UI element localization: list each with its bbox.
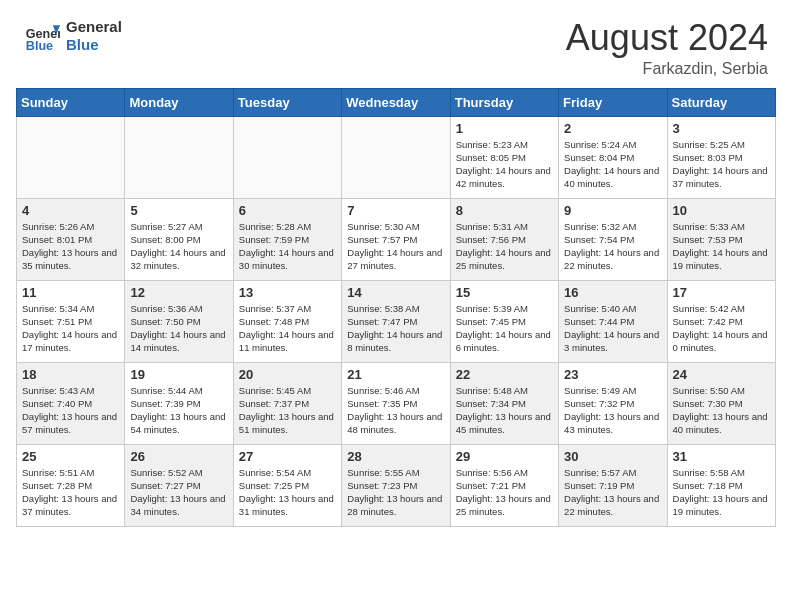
calendar-cell: 11Sunrise: 5:34 AMSunset: 7:51 PMDayligh…: [17, 280, 125, 362]
calendar-cell: 12Sunrise: 5:36 AMSunset: 7:50 PMDayligh…: [125, 280, 233, 362]
calendar-cell: 7Sunrise: 5:30 AMSunset: 7:57 PMDaylight…: [342, 198, 450, 280]
day-info: Sunrise: 5:57 AMSunset: 7:19 PMDaylight:…: [564, 466, 661, 519]
day-number: 4: [22, 203, 119, 218]
day-number: 12: [130, 285, 227, 300]
week-row-2: 4Sunrise: 5:26 AMSunset: 8:01 PMDaylight…: [17, 198, 776, 280]
day-number: 13: [239, 285, 336, 300]
day-number: 26: [130, 449, 227, 464]
day-info: Sunrise: 5:50 AMSunset: 7:30 PMDaylight:…: [673, 384, 770, 437]
weekday-header-tuesday: Tuesday: [233, 88, 341, 116]
day-number: 23: [564, 367, 661, 382]
calendar-cell: 15Sunrise: 5:39 AMSunset: 7:45 PMDayligh…: [450, 280, 558, 362]
header: General Blue General Blue August 2024 Fa…: [0, 0, 792, 88]
calendar-cell: 19Sunrise: 5:44 AMSunset: 7:39 PMDayligh…: [125, 362, 233, 444]
calendar-cell: 13Sunrise: 5:37 AMSunset: 7:48 PMDayligh…: [233, 280, 341, 362]
week-row-1: 1Sunrise: 5:23 AMSunset: 8:05 PMDaylight…: [17, 116, 776, 198]
day-info: Sunrise: 5:44 AMSunset: 7:39 PMDaylight:…: [130, 384, 227, 437]
calendar-cell: 14Sunrise: 5:38 AMSunset: 7:47 PMDayligh…: [342, 280, 450, 362]
logo-blue: Blue: [66, 36, 122, 54]
day-info: Sunrise: 5:24 AMSunset: 8:04 PMDaylight:…: [564, 138, 661, 191]
day-number: 16: [564, 285, 661, 300]
calendar-cell: 28Sunrise: 5:55 AMSunset: 7:23 PMDayligh…: [342, 444, 450, 526]
week-row-4: 18Sunrise: 5:43 AMSunset: 7:40 PMDayligh…: [17, 362, 776, 444]
day-number: 30: [564, 449, 661, 464]
calendar-cell: [17, 116, 125, 198]
calendar-cell: 3Sunrise: 5:25 AMSunset: 8:03 PMDaylight…: [667, 116, 775, 198]
day-info: Sunrise: 5:25 AMSunset: 8:03 PMDaylight:…: [673, 138, 770, 191]
weekday-header-monday: Monday: [125, 88, 233, 116]
day-info: Sunrise: 5:56 AMSunset: 7:21 PMDaylight:…: [456, 466, 553, 519]
day-info: Sunrise: 5:54 AMSunset: 7:25 PMDaylight:…: [239, 466, 336, 519]
day-info: Sunrise: 5:55 AMSunset: 7:23 PMDaylight:…: [347, 466, 444, 519]
weekday-header-saturday: Saturday: [667, 88, 775, 116]
calendar-cell: 22Sunrise: 5:48 AMSunset: 7:34 PMDayligh…: [450, 362, 558, 444]
day-number: 2: [564, 121, 661, 136]
day-info: Sunrise: 5:30 AMSunset: 7:57 PMDaylight:…: [347, 220, 444, 273]
calendar-cell: 6Sunrise: 5:28 AMSunset: 7:59 PMDaylight…: [233, 198, 341, 280]
day-info: Sunrise: 5:37 AMSunset: 7:48 PMDaylight:…: [239, 302, 336, 355]
day-info: Sunrise: 5:51 AMSunset: 7:28 PMDaylight:…: [22, 466, 119, 519]
day-info: Sunrise: 5:33 AMSunset: 7:53 PMDaylight:…: [673, 220, 770, 273]
calendar-cell: 18Sunrise: 5:43 AMSunset: 7:40 PMDayligh…: [17, 362, 125, 444]
calendar-cell: 4Sunrise: 5:26 AMSunset: 8:01 PMDaylight…: [17, 198, 125, 280]
calendar-cell: 27Sunrise: 5:54 AMSunset: 7:25 PMDayligh…: [233, 444, 341, 526]
calendar-cell: 2Sunrise: 5:24 AMSunset: 8:04 PMDaylight…: [559, 116, 667, 198]
day-number: 20: [239, 367, 336, 382]
day-info: Sunrise: 5:48 AMSunset: 7:34 PMDaylight:…: [456, 384, 553, 437]
calendar-cell: [233, 116, 341, 198]
day-number: 24: [673, 367, 770, 382]
day-info: Sunrise: 5:40 AMSunset: 7:44 PMDaylight:…: [564, 302, 661, 355]
day-info: Sunrise: 5:27 AMSunset: 8:00 PMDaylight:…: [130, 220, 227, 273]
day-number: 27: [239, 449, 336, 464]
week-row-3: 11Sunrise: 5:34 AMSunset: 7:51 PMDayligh…: [17, 280, 776, 362]
day-number: 8: [456, 203, 553, 218]
day-info: Sunrise: 5:58 AMSunset: 7:18 PMDaylight:…: [673, 466, 770, 519]
calendar-cell: 20Sunrise: 5:45 AMSunset: 7:37 PMDayligh…: [233, 362, 341, 444]
title-area: August 2024 Farkazdin, Serbia: [566, 18, 768, 78]
day-number: 29: [456, 449, 553, 464]
day-info: Sunrise: 5:42 AMSunset: 7:42 PMDaylight:…: [673, 302, 770, 355]
weekday-header-row: SundayMondayTuesdayWednesdayThursdayFrid…: [17, 88, 776, 116]
day-info: Sunrise: 5:46 AMSunset: 7:35 PMDaylight:…: [347, 384, 444, 437]
day-info: Sunrise: 5:39 AMSunset: 7:45 PMDaylight:…: [456, 302, 553, 355]
calendar-cell: 29Sunrise: 5:56 AMSunset: 7:21 PMDayligh…: [450, 444, 558, 526]
calendar: SundayMondayTuesdayWednesdayThursdayFrid…: [16, 88, 776, 527]
calendar-cell: 16Sunrise: 5:40 AMSunset: 7:44 PMDayligh…: [559, 280, 667, 362]
logo: General Blue General Blue: [24, 18, 122, 54]
day-info: Sunrise: 5:26 AMSunset: 8:01 PMDaylight:…: [22, 220, 119, 273]
calendar-cell: 17Sunrise: 5:42 AMSunset: 7:42 PMDayligh…: [667, 280, 775, 362]
day-info: Sunrise: 5:28 AMSunset: 7:59 PMDaylight:…: [239, 220, 336, 273]
day-info: Sunrise: 5:31 AMSunset: 7:56 PMDaylight:…: [456, 220, 553, 273]
day-info: Sunrise: 5:43 AMSunset: 7:40 PMDaylight:…: [22, 384, 119, 437]
day-number: 11: [22, 285, 119, 300]
calendar-cell: 21Sunrise: 5:46 AMSunset: 7:35 PMDayligh…: [342, 362, 450, 444]
day-info: Sunrise: 5:38 AMSunset: 7:47 PMDaylight:…: [347, 302, 444, 355]
week-row-5: 25Sunrise: 5:51 AMSunset: 7:28 PMDayligh…: [17, 444, 776, 526]
day-info: Sunrise: 5:45 AMSunset: 7:37 PMDaylight:…: [239, 384, 336, 437]
location: Farkazdin, Serbia: [566, 60, 768, 78]
svg-text:Blue: Blue: [26, 39, 53, 53]
logo-icon: General Blue: [24, 18, 60, 54]
calendar-cell: 23Sunrise: 5:49 AMSunset: 7:32 PMDayligh…: [559, 362, 667, 444]
day-number: 31: [673, 449, 770, 464]
day-number: 5: [130, 203, 227, 218]
day-number: 15: [456, 285, 553, 300]
day-number: 10: [673, 203, 770, 218]
day-number: 14: [347, 285, 444, 300]
day-number: 21: [347, 367, 444, 382]
calendar-cell: 30Sunrise: 5:57 AMSunset: 7:19 PMDayligh…: [559, 444, 667, 526]
logo-general: General: [66, 18, 122, 36]
day-number: 3: [673, 121, 770, 136]
day-info: Sunrise: 5:32 AMSunset: 7:54 PMDaylight:…: [564, 220, 661, 273]
day-number: 28: [347, 449, 444, 464]
day-info: Sunrise: 5:34 AMSunset: 7:51 PMDaylight:…: [22, 302, 119, 355]
day-number: 18: [22, 367, 119, 382]
calendar-cell: 9Sunrise: 5:32 AMSunset: 7:54 PMDaylight…: [559, 198, 667, 280]
day-info: Sunrise: 5:36 AMSunset: 7:50 PMDaylight:…: [130, 302, 227, 355]
month-year: August 2024: [566, 18, 768, 58]
weekday-header-thursday: Thursday: [450, 88, 558, 116]
day-info: Sunrise: 5:52 AMSunset: 7:27 PMDaylight:…: [130, 466, 227, 519]
day-info: Sunrise: 5:49 AMSunset: 7:32 PMDaylight:…: [564, 384, 661, 437]
day-number: 25: [22, 449, 119, 464]
day-number: 1: [456, 121, 553, 136]
